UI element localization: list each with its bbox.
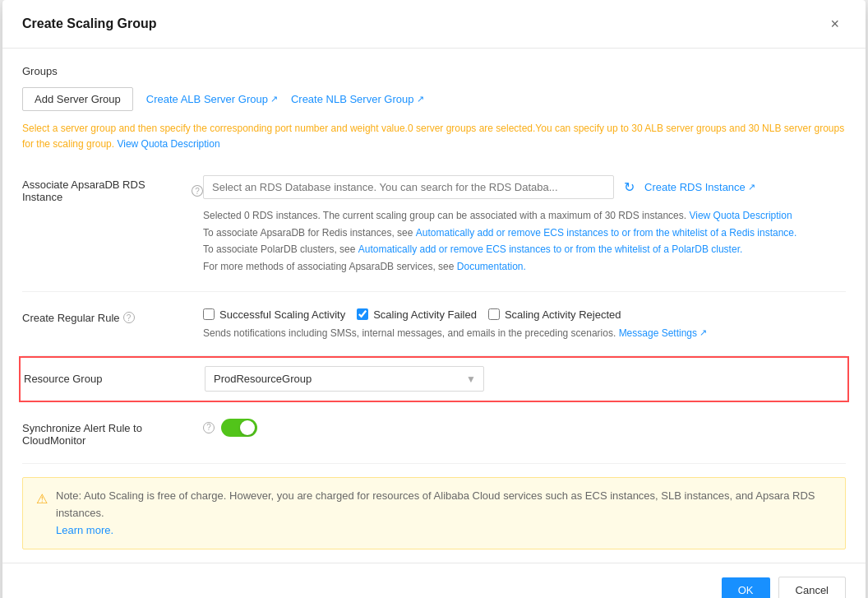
checkbox-rejected: Scaling Activity Rejected [488,308,621,321]
sync-toggle[interactable] [221,419,257,437]
checkbox-failed-input[interactable] [357,308,368,320]
checkbox-successful-input[interactable] [203,308,215,320]
refresh-icon[interactable]: ↻ [624,179,635,195]
close-button[interactable]: × [824,13,846,35]
note-banner: ⚠ Note: Auto Scaling is free of charge. … [22,477,846,549]
documentation-link[interactable]: Documentation. [457,258,526,275]
view-quota-link[interactable]: View Quota Description [117,137,219,152]
groups-hint: Select a server group and then specify t… [22,121,846,152]
rds-description: Selected 0 RDS instances. The current sc… [203,207,846,275]
add-server-group-button[interactable]: Add Server Group [22,87,133,111]
rule-label: Create Regular Rule ? [22,308,203,324]
resource-group-select[interactable]: ProdResourceGroup [205,366,484,392]
modal-body: Groups Add Server Group Create ALB Serve… [2,49,866,563]
note-text: Note: Auto Scaling is free of charge. Ho… [56,488,832,539]
sync-row: Synchronize Alert Rule to CloudMonitor ? [22,402,846,464]
create-nlb-link[interactable]: Create NLB Server Group ↗ [291,93,424,105]
modal-footer: OK Cancel [2,563,866,598]
polardb-link[interactable]: Automatically add or remove ECS instance… [358,241,743,257]
sync-label: Synchronize Alert Rule to CloudMonitor [22,419,203,447]
ok-button[interactable]: OK [722,577,770,598]
notify-hint: Sends notifications including SMSs, inte… [203,327,846,339]
external-link-icon: ↗ [270,94,278,104]
rule-help-icon: ? [123,312,135,323]
create-alb-link[interactable]: Create ALB Server Group ↗ [146,93,278,105]
resource-group-select-wrapper: ProdResourceGroup ▼ [205,366,484,392]
resource-group-label: Resource Group [24,373,205,385]
external-link-icon: ↗ [417,94,424,104]
checkbox-successful: Successful Scaling Activity [203,308,345,321]
view-quota-link2[interactable]: View Quota Description [689,207,792,224]
cancel-button[interactable]: Cancel [778,577,846,598]
external-link-icon: ↗ [748,182,755,192]
rule-row: Create Regular Rule ? Successful Scaling… [22,292,846,356]
external-link-icon: ↗ [699,327,707,338]
modal-header: Create Scaling Group × [2,0,866,49]
sync-help-icon: ? [203,422,215,433]
create-rds-link[interactable]: Create RDS Instance ↗ [644,181,755,193]
rds-input-row: ↻ Create RDS Instance ↗ [203,175,846,199]
create-scaling-group-modal: Create Scaling Group × Groups Add Server… [2,0,866,598]
checkbox-rejected-input[interactable] [488,308,500,320]
checkbox-failed: Scaling Activity Failed [357,308,477,321]
rds-search-input[interactable] [203,175,614,199]
toggle-knob [240,420,255,435]
rds-label: Associate ApsaraDB RDS Instance ? [22,175,203,203]
sync-content: ? [203,419,846,437]
checkbox-row: Successful Scaling Activity Scaling Acti… [203,308,846,321]
warning-icon: ⚠ [36,489,48,510]
rds-content: ↻ Create RDS Instance ↗ Selected 0 RDS i… [203,175,846,275]
modal-title: Create Scaling Group [22,16,157,31]
message-settings-link[interactable]: Message Settings ↗ [619,327,707,339]
rule-content: Successful Scaling Activity Scaling Acti… [203,308,846,339]
sync-toggle-wrapper: ? [203,419,846,437]
groups-label: Groups [22,49,846,87]
rds-row: Associate ApsaraDB RDS Instance ? ↻ Crea… [22,159,846,292]
learn-more-link[interactable]: Learn more. [56,522,113,540]
rds-help-icon: ? [192,185,203,197]
groups-buttons: Add Server Group Create ALB Server Group… [22,87,846,111]
redis-link[interactable]: Automatically add or remove ECS instance… [416,225,797,241]
resource-group-highlighted-row: Resource Group ProdResourceGroup ▼ [19,356,849,402]
